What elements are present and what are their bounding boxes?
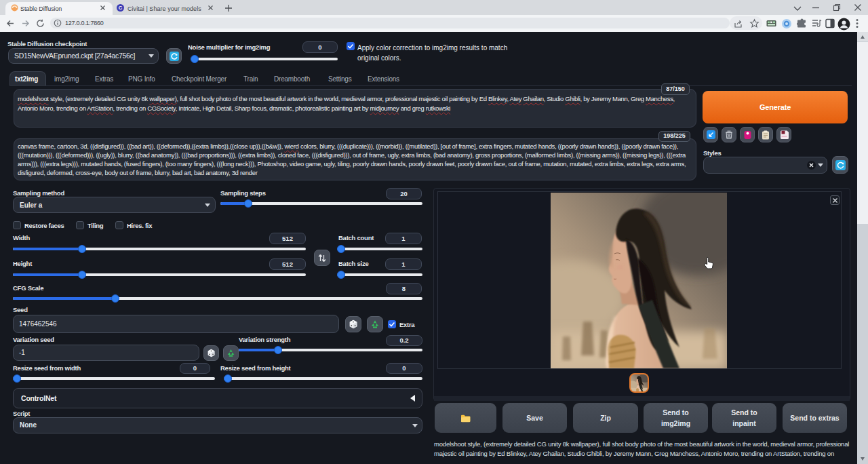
svg-text:C: C	[119, 5, 123, 11]
